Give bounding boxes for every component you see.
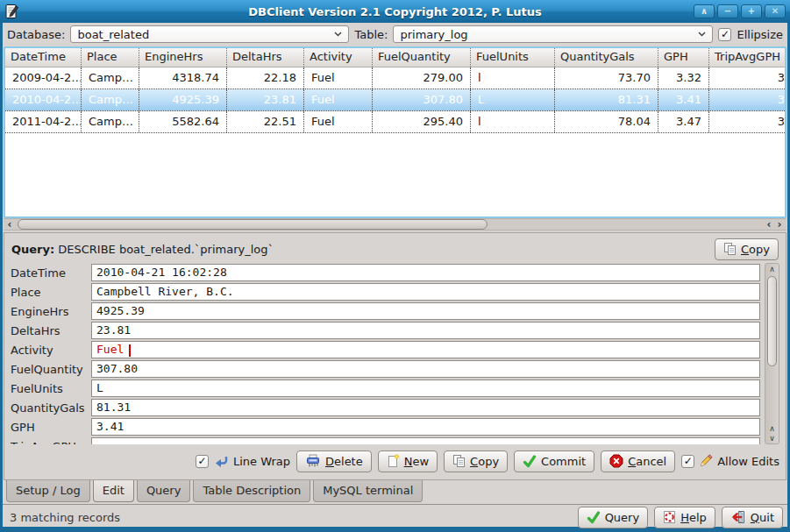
field-label: EngineHrs [11,305,91,318]
table-cell-fuelquantity: 279.00 [372,67,470,89]
field-input-place[interactable]: Campbell River, B.C. [91,283,760,301]
table-cell-datetime: 2010-04-2… [5,89,81,110]
table-cell-deltahrs: 22.51 [226,111,303,132]
quit-icon [730,510,746,524]
record-edit-form: DateTime2010-04-21 16:02:28PlaceCampbell… [9,263,781,444]
window-title: DBClient Version 2.1 Copyright 2012, P. … [0,5,790,18]
column-header-deltahrs[interactable]: DeltaHrs [226,48,303,67]
table-cell-tripavggph: 3 [708,89,786,110]
commit-check-icon [587,511,601,524]
column-header-datetime[interactable]: DateTime [5,48,81,67]
scroll-left-icon[interactable]: ‹ [764,218,774,230]
table-cell-datetime: 2011-04-2… [5,111,81,132]
status-bar: 3 matching records QueryHelpQuit [3,505,787,529]
form-row-quantitygals: QuantityGals81.31 [11,398,760,417]
field-label: Place [11,286,91,299]
notepad-icon [4,4,19,20]
column-header-place[interactable]: Place [81,48,139,67]
column-header-activity[interactable]: Activity [303,48,372,67]
tab-mysql-terminal[interactable]: MySQL terminal [313,480,423,502]
ellipsize-label: Ellipsize [737,28,783,41]
table-select[interactable]: primary_log [393,25,713,43]
copy-button[interactable]: Copy [444,450,508,472]
field-input-fuelunits[interactable]: L [91,379,760,397]
field-label: DateTime [11,266,91,280]
quit-button[interactable]: Quit [722,507,783,528]
column-header-enginehrs[interactable]: EngineHrs [139,48,226,67]
copy-pages-icon [723,242,737,256]
action-bar: ✓ Line Wrap DeleteNewCopyCommitCancel ✓ … [9,444,781,478]
column-header-fuelunits[interactable]: FuelUnits [470,48,554,67]
allow-edits-label: Allow Edits [717,455,779,468]
table-cell-tripavggph: 3 [708,111,786,132]
tab-query[interactable]: Query [137,480,191,502]
ellipsize-checkbox[interactable]: ✓ [718,28,731,41]
column-header-tripavggph[interactable]: TripAvgGPH [708,48,786,67]
status-text: 3 matching records [10,511,120,524]
database-select-value: boat_related [77,28,329,41]
field-input-activity[interactable]: Fuel [91,341,760,358]
cancel-button[interactable]: Cancel [601,450,675,472]
table-select-value: primary_log [400,28,693,41]
help-icon [663,510,676,524]
field-input-enginehrs[interactable]: 4925.39 [91,302,760,320]
tab-bar: Setup / LogEditQueryTable DescriptionMyS… [3,480,787,505]
field-input-quantitygals[interactable]: 81.31 [91,399,760,416]
copy-query-button[interactable]: Copy [715,238,779,260]
column-header-quantitygals[interactable]: QuantityGals [554,48,658,67]
maximize-button[interactable]: + [741,4,762,18]
horizontal-scrollbar[interactable]: ‹ ‹ › [4,218,786,231]
allow-edits-checkbox[interactable]: ✓ [681,455,694,468]
table-cell-fuelunits: L [470,89,554,110]
table-cell-quantitygals: 81.31 [554,89,658,110]
horizontal-scrollbar-thumb[interactable] [18,219,488,230]
scroll-down-icon[interactable]: ∨ [765,433,779,443]
table-cell-tripavggph: 3 [708,67,786,89]
shade-button[interactable]: ∧ [694,4,715,18]
toolbar: Database: boat_related Table: primary_lo… [3,23,787,46]
scroll-left-icon[interactable]: ‹ [4,218,15,230]
commit-button[interactable]: Commit [514,450,594,472]
table-cell-quantitygals: 78.04 [554,111,658,132]
wrap-arrow-icon [213,455,229,468]
chevron-down-icon [698,32,706,37]
query-label: Query: [11,243,54,256]
field-label: Activity [11,344,91,357]
delete-button[interactable]: Delete [296,450,372,472]
table-row[interactable]: 2011-04-2…Camp…5582.6422.51Fuel295.40l78… [5,111,786,133]
vertical-scrollbar-thumb[interactable] [767,276,777,366]
field-label: QuantityGals [11,401,91,415]
form-row-deltahrs: DeltaHrs23.81 [11,321,760,340]
minimize-button[interactable]: − [717,4,738,18]
close-button[interactable]: ✕ [765,4,786,18]
tab-setup-log[interactable]: Setup / Log [6,480,90,502]
query-button[interactable]: Query [578,507,649,528]
field-input-gph[interactable]: 3.41 [91,418,760,436]
vertical-scrollbar[interactable]: ∧ ∧ ∨ [765,263,779,444]
table-body: 2009-04-2…Camp…4318.7422.18Fuel279.00l73… [5,67,785,133]
help-button[interactable]: Help [654,507,715,528]
scroll-right-icon[interactable]: › [774,218,785,230]
table-row[interactable]: 2010-04-2…Camp…4925.3923.81Fuel307.80L81… [5,89,786,111]
line-wrap-checkbox[interactable]: ✓ [196,455,209,468]
results-table[interactable]: DateTimePlaceEngineHrsDeltaHrsActivityFu… [4,46,786,218]
tab-table-description[interactable]: Table Description [193,480,310,502]
form-row-activity: ActivityFuel [11,340,760,359]
column-header-fuelquantity[interactable]: FuelQuantity [372,48,470,67]
line-wrap-label: Line Wrap [233,455,290,468]
database-select[interactable]: boat_related [70,25,349,43]
field-input-datetime[interactable]: 2010-04-21 16:02:28 [91,264,760,281]
new-button[interactable]: New [378,450,438,472]
column-header-gph[interactable]: GPH [658,48,708,67]
tab-edit[interactable]: Edit [93,480,134,502]
window-controls: ∧−+✕ [694,4,786,18]
scroll-up-icon[interactable]: ∧ [765,264,779,274]
table-row[interactable]: 2009-04-2…Camp…4318.7422.18Fuel279.00l73… [5,67,786,89]
table-cell-enginehrs: 4925.39 [139,89,226,110]
edit-panel: Query: DESCRIBE boat_related.`primary_lo… [4,232,786,480]
field-input-tripavggph[interactable] [91,437,760,444]
field-input-deltahrs[interactable]: 23.81 [91,322,760,339]
titlebar[interactable]: DBClient Version 2.1 Copyright 2012, P. … [0,0,790,23]
table-cell-place: Camp… [81,67,139,89]
field-input-fuelquantity[interactable]: 307.80 [91,360,760,378]
